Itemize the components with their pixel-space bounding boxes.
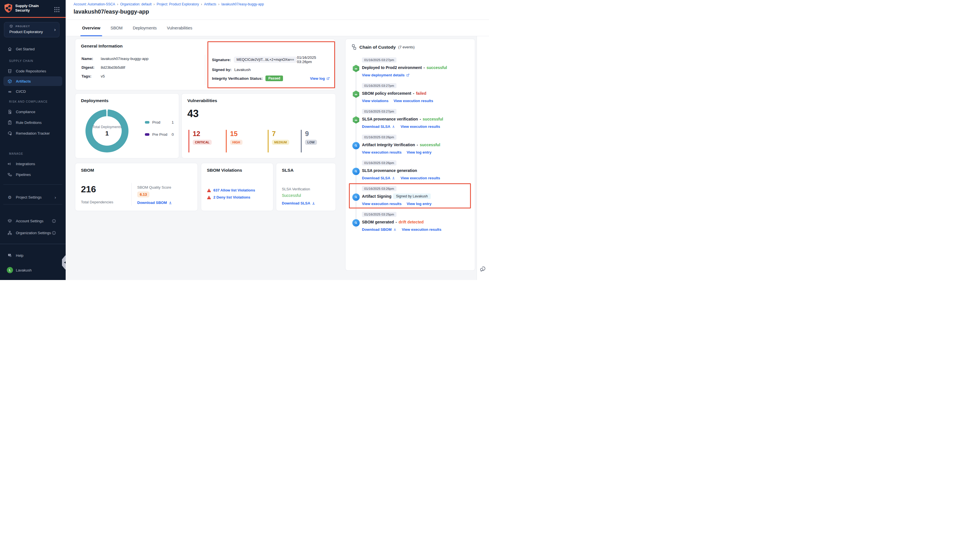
signed-by-label: Signed by: [212,68,232,72]
view-execution-results-link[interactable]: View execution results [362,150,402,155]
breadcrumb-artifact-name[interactable]: lavakush07/easy-buggy-app [221,2,264,6]
allow-list-violations-link[interactable]: 637 Allow list Violations [214,188,255,192]
sidebar-divider [3,184,62,185]
timeline-event-deployed-prod2: 01/16/2025 03:27pm ∞ Deployed to Prod2 e… [352,57,470,83]
sidebar-item-label: Code Repositories [16,69,46,73]
integrity-status-badge: Passed [265,75,283,81]
sidebar-item-label: Compliance [16,110,35,114]
deployments-donut-chart: Total Deployments 1 [85,110,129,152]
event-timestamp: 01/16/2025 03:26pm [362,135,396,140]
sidebar-item-cicd[interactable]: ∞ CI/CD [3,87,62,96]
view-deployment-details-link[interactable]: View deployment details [362,73,410,77]
tab-vulnerabilities[interactable]: Vulnerabilities [167,20,192,36]
app-switcher-waffle-icon[interactable] [54,7,59,12]
chain-events-count: (7 events) [398,45,415,49]
breadcrumb: Account: Automation-SSCA › Organization:… [73,2,264,6]
view-log-entry-link[interactable]: View log entry [407,202,432,206]
sidebar-item-pipelines[interactable]: Pipelines [3,170,62,179]
chain-link-icon [352,44,357,50]
external-link-icon [326,77,330,80]
integrations-share-icon [7,162,12,166]
event-title: SLSA provenance generation [362,168,417,173]
user-name: Lavakush [16,268,32,272]
sidebar-collapse-handle[interactable] [62,255,66,270]
breadcrumb-artifacts[interactable]: Artifacts [204,2,216,6]
sidebar-item-compliance[interactable]: Compliance [3,107,62,117]
slsa-verification-status: Successful [282,193,301,198]
download-slsa-link[interactable]: Download SLSA [362,125,396,129]
sidebar-item-label: Account Settings [16,219,43,223]
event-status: successful [423,117,443,121]
breadcrumb-organization[interactable]: Organization: default [120,2,152,6]
support-chat-icon[interactable] [479,265,486,272]
sidebar-item-rule-definitions[interactable]: Rule Definitions [3,118,62,127]
event-separator: - [413,91,414,96]
card-title: General Information [81,43,122,48]
event-timestamp: 01/16/2025 03:27pm [362,83,396,88]
tab-bar: Overview SBOM Deployments Vulnerabilitie… [66,20,489,36]
sbom-quality-score-badge: 6.13 [137,192,149,197]
clipboard-check-icon [7,120,12,125]
scan-stage-icon [352,142,360,149]
download-sbom-link[interactable]: Download SBOM [137,200,172,205]
sidebar-item-label: Integrations [16,162,35,166]
sidebar-item-label: Project Settings [16,195,42,199]
sidebar-item-account-settings[interactable]: Account Settings [3,216,62,226]
sidebar-footer-divider [0,244,66,244]
sidebar-item-label: Help [16,253,23,258]
deny-list-violations-link[interactable]: 2 Deny list Violations [214,195,250,199]
view-execution-results-link[interactable]: View execution results [394,99,433,103]
view-execution-results-link[interactable]: View execution results [402,227,441,232]
sidebar-item-label: Remediation Tracker [16,131,50,135]
project-selector[interactable]: PROJECT Product Exploratory › [4,22,59,37]
sidebar-item-artifacts[interactable]: Artifacts [3,77,62,86]
sidebar-item-integrations[interactable]: Integrations [3,159,62,168]
info-icon[interactable] [52,231,56,235]
project-selector-value: Product Exploratory [9,30,43,34]
event-separator: - [396,220,397,224]
sbom-card: SBOM 216 Total Dependencies SBOM Quality… [75,163,198,211]
download-icon [393,228,397,232]
sidebar-item-get-started[interactable]: Get Started [3,44,62,54]
signature-label: Signature: [212,58,231,62]
severity-count: 9 [305,130,317,138]
view-log-link[interactable]: View log [310,77,330,81]
signature-value[interactable]: MEQCICde2VjIT...bL+2+mqnOXw== [234,57,297,63]
download-icon [312,202,315,205]
timeline-event-sbom-generated: 01/16/2025 03:25pm SBOM generated - drif… [352,212,470,232]
view-execution-results-link[interactable]: View execution results [401,125,440,129]
tab-deployments[interactable]: Deployments [133,20,157,36]
vulnerabilities-total: 43 [187,108,199,120]
svg-text:?: ? [9,254,10,256]
breadcrumb-account[interactable]: Account: Automation-SSCA [73,2,115,6]
sbom-violations-card: SBOM Violations 637 Allow list Violation… [201,163,274,211]
sidebar-user-menu[interactable]: L Lavakush [3,265,62,275]
sidebar-item-project-settings[interactable]: ⚙ Project Settings › [3,192,62,202]
view-execution-results-link[interactable]: View execution results [362,202,402,206]
tab-overview[interactable]: Overview [82,20,100,36]
download-slsa-link[interactable]: Download SLSA [362,176,396,180]
home-icon [7,47,12,52]
info-icon[interactable] [52,219,56,223]
sidebar-item-help[interactable]: ? Help [3,251,62,260]
sidebar-item-organization-settings[interactable]: Organization Settings [3,228,62,238]
view-violations-link[interactable]: View violations [362,99,389,103]
sidebar-item-remediation-tracker[interactable]: Remediation Tracker [3,128,62,138]
event-title: SBOM generated [362,220,394,224]
sidebar-section-manage: MANAGE [9,152,23,155]
view-execution-results-link[interactable]: View execution results [401,176,440,180]
cicd-stage-icon: ∞ [352,116,360,123]
warning-triangle-icon [207,195,211,199]
view-log-entry-link[interactable]: View log entry [407,150,432,155]
download-icon [392,176,396,180]
signed-by-badge: Signed by Lavakush [393,193,431,199]
tab-sbom[interactable]: SBOM [111,20,123,36]
chevron-right-icon: › [54,27,56,33]
sidebar-item-code-repositories[interactable]: Code Repositories [3,66,62,76]
download-slsa-link[interactable]: Download SLSA [282,201,315,205]
legend-label: Pre Prod [152,132,167,137]
card-title: Deployments [81,98,108,103]
card-title: SBOM [81,168,94,173]
breadcrumb-project[interactable]: Project: Product Exploratory [157,2,199,6]
download-sbom-link[interactable]: Download SBOM [362,227,397,232]
